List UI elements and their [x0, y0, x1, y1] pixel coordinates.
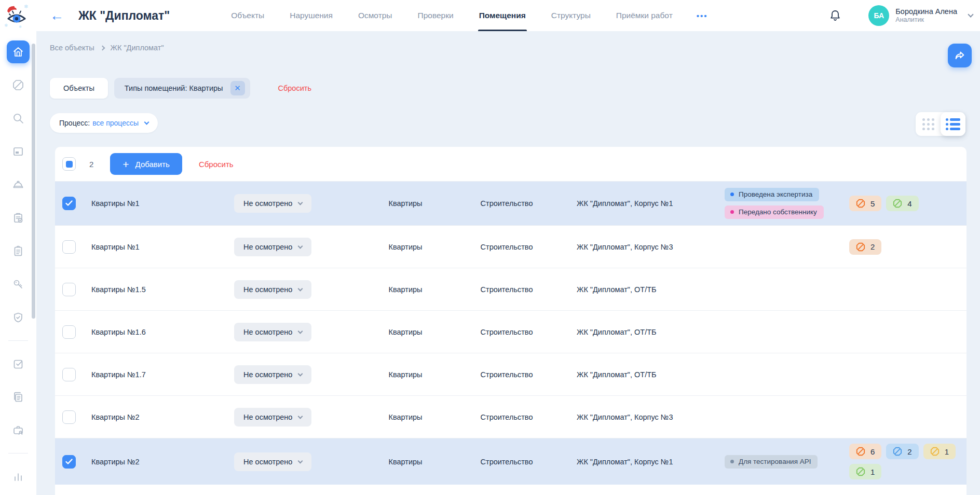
status-dropdown[interactable]: Не осмотрено — [234, 408, 311, 427]
violation-count-badge[interactable]: 2 — [849, 239, 881, 255]
nav-tab-осмотры[interactable]: Осмотры — [358, 0, 392, 31]
breadcrumb: Все объекты ЖК "Дипломат" — [50, 44, 164, 52]
row-checkbox[interactable] — [62, 368, 76, 381]
violation-count-badge[interactable]: 2 — [886, 444, 918, 459]
sidebar-divider — [8, 453, 28, 453]
share-button[interactable] — [948, 44, 972, 67]
filter-row: Объекты Типы помещений: Квартиры ✕ Сброс… — [50, 78, 311, 99]
status-dropdown[interactable]: Не осмотрено — [234, 452, 311, 471]
remove-filter-close-icon[interactable]: ✕ — [230, 81, 245, 95]
notifications-bell-icon[interactable] — [829, 9, 841, 22]
status-dropdown[interactable]: Не осмотрено — [234, 365, 311, 384]
table-row[interactable]: Квартиры №1 Не осмотрено Квартиры Строит… — [55, 181, 967, 225]
sidebar-hardhat-icon[interactable] — [7, 173, 30, 196]
status-label: Не осмотрено — [243, 328, 292, 336]
table-row[interactable]: Квартиры №1 Не осмотрено Квартиры Строит… — [55, 225, 967, 268]
user-info[interactable]: Бородкина Алена Аналитик — [895, 7, 957, 24]
add-button[interactable]: + Добавить — [110, 153, 182, 175]
back-button[interactable]: ← — [50, 9, 64, 23]
sidebar-key-icon[interactable] — [7, 273, 30, 296]
room-location: ЖК "Дипломат", Корпус №1 — [564, 199, 725, 208]
room-location: ЖК "Дипломат", ОТ/ТБ — [564, 328, 725, 336]
sidebar-bar-chart-icon[interactable] — [7, 465, 30, 488]
sidebar-shield-check-icon[interactable] — [7, 306, 30, 329]
status-dropdown[interactable]: Не осмотрено — [234, 238, 311, 256]
table-row[interactable]: Квартиры №1.7 Не осмотрено Квартиры Стро… — [55, 353, 967, 395]
row-checkbox[interactable] — [62, 325, 76, 339]
status-chevron-down-icon — [298, 371, 303, 376]
user-role: Аналитик — [895, 16, 957, 24]
selected-count: 2 — [89, 160, 93, 169]
table-row[interactable]: Квартиры №2 Не осмотрено Квартиры Строит… — [55, 438, 967, 485]
room-type-filter-label: Типы помещений: Квартиры — [125, 84, 223, 92]
left-sidebar — [0, 31, 36, 495]
grid-view-button[interactable] — [916, 112, 941, 136]
process-dropdown[interactable]: Процесс: все процессы — [50, 113, 158, 133]
tag-pill: Передано собственнику — [725, 205, 824, 219]
sidebar-search-icon[interactable] — [7, 107, 30, 130]
room-name[interactable]: Квартиры №1.5 — [81, 285, 229, 294]
violation-count-badge[interactable]: 1 — [849, 464, 881, 479]
nav-tab-нарушения[interactable]: Нарушения — [290, 0, 333, 31]
status-dropdown[interactable]: Не осмотрено — [234, 280, 311, 299]
status-label: Не осмотрено — [243, 199, 292, 208]
svg-text:❄: ❄ — [4, 23, 8, 28]
room-process: Строительство — [450, 370, 564, 379]
room-name[interactable]: Квартиры №1 — [81, 243, 229, 251]
status-dropdown[interactable]: Не осмотрено — [234, 194, 311, 213]
sidebar-home-icon[interactable] — [7, 40, 30, 63]
breadcrumb-root[interactable]: Все объекты — [50, 44, 94, 52]
violation-count-badge[interactable]: 1 — [923, 444, 956, 459]
nav-tab-помещения[interactable]: Помещения — [479, 0, 526, 31]
room-name[interactable]: Квартиры №1 — [81, 199, 229, 208]
no-entry-icon — [856, 199, 865, 208]
status-dropdown[interactable]: Не осмотрено — [234, 323, 311, 341]
sidebar-task-check-icon[interactable] — [7, 352, 30, 375]
status-cell: Не осмотрено — [229, 408, 361, 427]
nav-more-button[interactable]: ••• — [697, 11, 708, 20]
user-avatar[interactable]: БА — [868, 5, 889, 26]
row-checkbox[interactable] — [62, 197, 76, 210]
sidebar-documents-icon[interactable] — [7, 386, 30, 408]
violation-count-badge[interactable]: 6 — [849, 444, 881, 459]
room-name[interactable]: Квартиры №2 — [81, 458, 229, 466]
vertical-scrollbar[interactable] — [32, 44, 35, 319]
nav-tab-проверки[interactable]: Проверки — [418, 0, 454, 31]
nav-tab-приёмки-работ[interactable]: Приёмки работ — [616, 0, 673, 31]
table-row[interactable]: Квартиры №1.5 Не осмотрено Квартиры Стро… — [55, 268, 967, 310]
sidebar-panel-icon[interactable] — [7, 140, 30, 163]
room-process: Строительство — [450, 243, 564, 251]
no-entry-icon — [856, 447, 865, 456]
table-row[interactable]: Квартиры №2 Не осмотрено Квартиры Строит… — [55, 395, 967, 438]
objects-chip[interactable]: Объекты — [50, 78, 108, 99]
row-checkbox[interactable] — [62, 455, 76, 469]
top-nav: ОбъектыНарушенияОсмотрыПроверкиПомещения… — [231, 0, 673, 31]
list-view-button[interactable] — [941, 112, 965, 136]
sidebar-no-entry-icon[interactable] — [7, 74, 30, 97]
room-type-filter-chip[interactable]: Типы помещений: Квартиры ✕ — [114, 78, 250, 99]
room-name[interactable]: Квартиры №2 — [81, 413, 229, 421]
nav-tab-объекты[interactable]: Объекты — [231, 0, 264, 31]
violation-count-badge[interactable]: 4 — [886, 196, 918, 211]
app-logo-eye-icon[interactable]: ❄ ❄ ❄ — [3, 2, 30, 29]
select-all-checkbox[interactable] — [62, 157, 76, 171]
row-checkbox[interactable] — [62, 283, 76, 296]
sidebar-clipboard-check-icon[interactable] — [7, 207, 30, 229]
sidebar-clipboard-list-icon[interactable] — [7, 240, 30, 263]
nav-tab-структуры[interactable]: Структуры — [551, 0, 591, 31]
selection-reset-link[interactable]: Сбросить — [199, 160, 234, 169]
row-badges: 54 — [849, 190, 967, 216]
row-checkbox-cell — [55, 410, 81, 424]
filters-reset-link[interactable]: Сбросить — [278, 84, 311, 92]
row-checkbox[interactable] — [62, 240, 76, 254]
room-name[interactable]: Квартиры №1.7 — [81, 370, 229, 379]
violation-count-badge[interactable]: 5 — [849, 196, 881, 211]
sidebar-briefcase-user-icon[interactable] — [7, 419, 30, 442]
no-entry-icon — [856, 242, 865, 252]
user-menu-chevron-down-icon[interactable] — [968, 11, 973, 17]
row-checkbox[interactable] — [62, 410, 76, 424]
room-name[interactable]: Квартиры №1.6 — [81, 328, 229, 336]
status-cell: Не осмотрено — [229, 280, 361, 299]
svg-text:❄: ❄ — [24, 4, 28, 9]
table-row[interactable]: Квартиры №1.6 Не осмотрено Квартиры Стро… — [55, 310, 967, 353]
